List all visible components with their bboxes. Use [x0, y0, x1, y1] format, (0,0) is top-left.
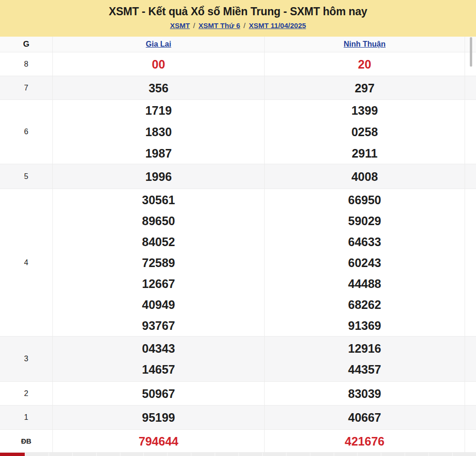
breadcrumb-link-xsmt-date[interactable]: XSMT 11/04/2025 [249, 21, 306, 30]
result-number: 20 [265, 54, 465, 75]
table-header-row: G Gia Lai Ninh Thuận [0, 37, 476, 52]
result-number: 91369 [265, 315, 465, 336]
result-number: 1987 [53, 143, 264, 164]
result-number: 00 [53, 54, 264, 75]
result-number-jackpot: 421676 [265, 431, 465, 452]
result-number: 30561 [53, 189, 264, 210]
prize-row-db: ĐB 794644 421676 [0, 430, 476, 453]
result-number: 89650 [53, 210, 264, 231]
result-number: 14657 [53, 359, 264, 380]
result-number: 44357 [265, 359, 465, 380]
breadcrumb-link-xsmt-thu6[interactable]: XSMT Thứ 6 [198, 21, 240, 30]
result-number: 40949 [53, 294, 264, 315]
result-number: 60243 [265, 252, 465, 273]
result-number: 83039 [265, 383, 465, 404]
prize-label: 5 [0, 164, 53, 188]
result-number: 50967 [53, 383, 264, 404]
result-number: 40667 [265, 407, 465, 428]
prize-row-8: 8 00 20 [0, 52, 476, 76]
result-number: 356 [53, 78, 264, 99]
result-number: 95199 [53, 407, 264, 428]
prize-label: 8 [0, 52, 53, 76]
column-header-ninh-thuan-link[interactable]: Ninh Thuận [265, 37, 465, 52]
page-header: XSMT - Kết quả Xổ số Miền Trung - SXMT h… [0, 0, 476, 37]
column-header-prize: G [0, 37, 53, 52]
page-title: XSMT - Kết quả Xổ số Miền Trung - SXMT h… [0, 4, 476, 19]
breadcrumb: XSMT/XSMT Thứ 6/XSMT 11/04/2025 [0, 21, 476, 30]
result-number: 64633 [265, 231, 465, 252]
result-number: 1996 [53, 166, 264, 187]
result-number: 2911 [265, 143, 465, 164]
prize-row-7: 7 356 297 [0, 76, 476, 100]
prize-row-3: 3 04343 14657 12916 44357 [0, 337, 476, 382]
prize-label: 1 [0, 406, 53, 429]
result-number: 297 [265, 78, 465, 99]
prize-label: 2 [0, 382, 53, 405]
prize-row-4: 4 30561 89650 84052 72589 12667 40949 93… [0, 189, 476, 337]
result-number: 04343 [53, 338, 264, 359]
result-number: 4008 [265, 166, 465, 187]
result-number: 1830 [53, 121, 264, 143]
prize-row-5: 5 1996 4008 [0, 164, 476, 189]
result-number: 1399 [265, 100, 465, 121]
loto-table-partial [0, 453, 476, 456]
breadcrumb-separator: / [193, 21, 195, 30]
prize-label: 3 [0, 337, 53, 381]
result-number: 72589 [53, 252, 264, 273]
result-number: 12916 [265, 338, 465, 359]
prize-row-2: 2 50967 83039 [0, 382, 476, 406]
breadcrumb-separator: / [244, 21, 246, 30]
prize-row-1: 1 95199 40667 [0, 406, 476, 430]
prize-label: 6 [0, 100, 53, 164]
breadcrumb-link-xsmt[interactable]: XSMT [170, 21, 190, 30]
result-number: 12667 [53, 273, 264, 294]
lottery-results-page: XSMT - Kết quả Xổ số Miền Trung - SXMT h… [0, 0, 476, 456]
result-number-jackpot: 794644 [53, 431, 264, 452]
result-number: 44488 [265, 273, 465, 294]
prize-label: 7 [0, 76, 53, 99]
prize-label: 4 [0, 189, 53, 336]
result-number: 0258 [265, 121, 465, 143]
result-number: 84052 [53, 231, 264, 252]
result-number: 93767 [53, 315, 264, 336]
result-number: 59029 [265, 210, 465, 231]
result-number: 1719 [53, 100, 264, 121]
loto-table-red-header-cell [0, 453, 25, 456]
result-number: 68262 [265, 294, 465, 315]
column-header-gia-lai-link[interactable]: Gia Lai [53, 37, 264, 52]
prize-label: ĐB [0, 430, 53, 452]
vertical-scrollbar-thumb[interactable] [470, 37, 472, 67]
result-number: 66950 [265, 189, 465, 210]
prize-row-6: 6 1719 1830 1987 1399 0258 2911 [0, 100, 476, 164]
